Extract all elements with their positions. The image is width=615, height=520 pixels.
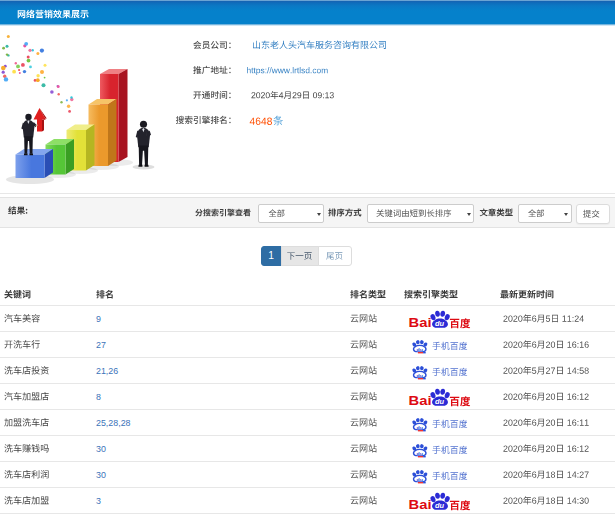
- svg-text:27: 27: [96, 340, 106, 350]
- svg-text:du: du: [435, 502, 445, 511]
- svg-text:Bai: Bai: [409, 393, 432, 408]
- svg-text:Bai: Bai: [409, 497, 432, 512]
- svg-text:du: du: [435, 398, 445, 407]
- svg-text:du: du: [417, 347, 424, 351]
- svg-text:21,26: 21,26: [96, 366, 118, 376]
- svg-text:1: 1: [268, 250, 274, 261]
- svg-text:30: 30: [96, 444, 106, 454]
- svg-text:du: du: [417, 373, 424, 377]
- svg-text:9: 9: [96, 314, 101, 324]
- svg-text:du: du: [435, 320, 445, 329]
- svg-text:3: 3: [96, 496, 101, 506]
- svg-text:du: du: [417, 477, 424, 481]
- svg-text:30: 30: [96, 470, 106, 480]
- svg-text:25,28,28: 25,28,28: [96, 418, 131, 428]
- svg-text:8: 8: [96, 392, 101, 402]
- svg-text:Bai: Bai: [409, 315, 432, 330]
- svg-text:du: du: [417, 425, 424, 429]
- svg-text:du: du: [417, 451, 424, 455]
